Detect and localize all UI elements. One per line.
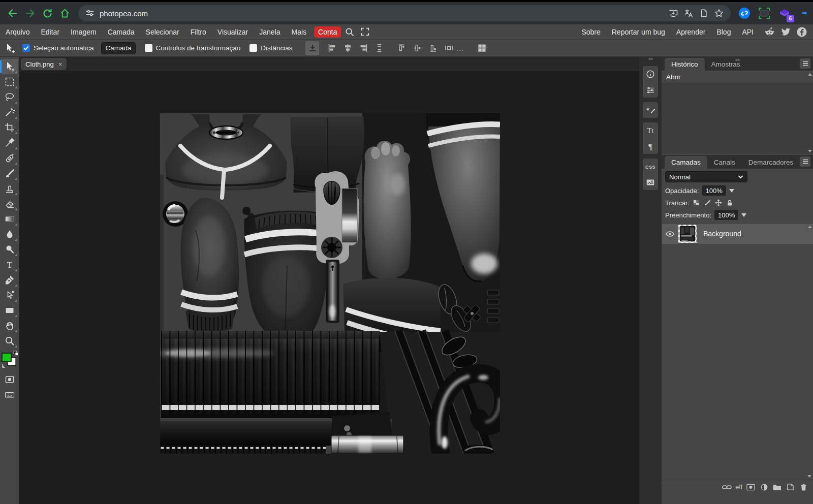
lock-pixels-icon[interactable] (703, 199, 712, 207)
tune-icon[interactable] (84, 8, 96, 19)
collapse-right-icon[interactable]: >< (662, 57, 813, 62)
adjustment-icon[interactable] (759, 483, 769, 492)
visibility-eye-icon[interactable] (662, 230, 678, 238)
align-top-icon[interactable] (396, 43, 407, 54)
shape-tool[interactable] (1, 303, 18, 318)
gradient-tool[interactable] (1, 211, 18, 227)
link-icon[interactable] (722, 483, 732, 492)
path-select-tool[interactable] (1, 288, 18, 303)
layer-row-background[interactable]: Background (662, 224, 813, 244)
layers-menu-icon[interactable] (800, 156, 810, 167)
clone-stamp-tool[interactable] (1, 181, 18, 196)
css-panel-icon[interactable]: CSS (643, 159, 658, 174)
info-icon[interactable] (643, 66, 658, 82)
folder-icon[interactable] (772, 483, 782, 492)
lock-position-icon[interactable] (714, 199, 723, 207)
hand-tool[interactable] (1, 318, 18, 333)
menu-aprender[interactable]: Aprender (671, 25, 711, 39)
distribute-h-icon[interactable] (443, 43, 454, 54)
trash-icon[interactable] (799, 483, 808, 492)
close-icon[interactable]: × (58, 60, 62, 68)
layer-scroll-down-icon[interactable] (807, 475, 811, 478)
forward-icon[interactable] (23, 7, 37, 20)
type-tool[interactable]: T (1, 257, 18, 272)
fill-dropdown-icon[interactable] (741, 213, 746, 217)
effects-icon[interactable]: eff (735, 484, 742, 491)
twitter-icon[interactable] (779, 26, 792, 38)
image-panel-icon[interactable] (643, 174, 658, 190)
target-dropdown[interactable]: Camada (101, 42, 136, 54)
menu-blog[interactable]: Blog (711, 25, 736, 39)
align-middle-icon[interactable] (412, 43, 423, 54)
lock-transparency-icon[interactable] (692, 199, 701, 207)
magic-wand-tool[interactable] (1, 105, 18, 120)
back-icon[interactable] (6, 7, 19, 20)
align-right-icon[interactable] (358, 43, 369, 54)
quick-mask-tool[interactable] (1, 372, 18, 387)
history-menu-icon[interactable] (800, 58, 810, 69)
mask-icon[interactable] (746, 483, 756, 492)
zoom-tool[interactable] (1, 333, 18, 349)
crop-tool[interactable] (1, 120, 18, 135)
bookmark-star-icon[interactable] (713, 8, 725, 19)
brush-tool[interactable] (1, 166, 18, 181)
eyedropper-tool[interactable] (1, 135, 18, 150)
eraser-tool[interactable] (1, 196, 18, 211)
fullscreen-icon[interactable] (358, 26, 371, 38)
reading-mode-icon[interactable] (698, 8, 709, 19)
align-left-icon[interactable] (326, 43, 337, 54)
layer-thumbnail[interactable] (678, 224, 697, 243)
screenshot-extension-icon[interactable] (758, 7, 770, 19)
facebook-icon[interactable] (796, 26, 808, 38)
layer-scroll-up-icon[interactable] (808, 226, 812, 228)
blend-mode-dropdown[interactable]: Normal (665, 171, 747, 182)
tab-camadas[interactable]: Camadas (665, 156, 707, 169)
account-button[interactable]: Conta (314, 26, 341, 38)
reddit-icon[interactable] (763, 26, 775, 38)
new-layer-icon[interactable] (786, 483, 795, 492)
move-tool[interactable] (1, 59, 18, 74)
history-list[interactable] (662, 83, 813, 154)
shazam-icon[interactable] (739, 7, 750, 19)
url-bar[interactable]: photopea.com (78, 5, 731, 21)
blur-tool[interactable] (1, 227, 18, 242)
menu-camada[interactable]: Camada (102, 25, 140, 39)
rectangle-select-tool[interactable] (1, 74, 18, 89)
adjustments-icon[interactable] (643, 82, 658, 98)
distances-checkbox[interactable] (249, 44, 257, 52)
grid-view-icon[interactable] (476, 43, 487, 54)
character-panel-icon[interactable]: Tt (643, 122, 658, 138)
document-tab[interactable]: Cloth.png × (21, 58, 67, 70)
place-image-icon[interactable] (305, 41, 319, 55)
menu-filtro[interactable]: Filtro (185, 25, 212, 39)
scroll-down-icon[interactable] (808, 150, 812, 152)
menu-sobre[interactable]: Sobre (576, 25, 606, 39)
dodge-tool[interactable] (1, 242, 18, 257)
more-icon[interactable]: ... (454, 44, 466, 52)
menu-reportar-bug[interactable]: Reportar um bug (606, 25, 671, 39)
tab-canais[interactable]: Canais (707, 156, 742, 169)
home-icon[interactable] (58, 7, 71, 20)
lasso-tool[interactable] (1, 89, 18, 105)
distribute-v-icon[interactable] (373, 43, 385, 54)
menu-janela[interactable]: Janela (254, 25, 286, 39)
menu-mais[interactable]: Mais (286, 25, 312, 39)
history-entry-abrir[interactable]: Abrir (662, 71, 813, 83)
fill-value[interactable]: 100% (714, 210, 738, 220)
menu-editar[interactable]: Editar (35, 25, 65, 39)
cast-download-icon[interactable] (668, 8, 679, 19)
menu-api[interactable]: API (736, 25, 759, 39)
purple-extension-icon[interactable]: 6 (778, 7, 791, 19)
opacity-dropdown-icon[interactable] (729, 189, 734, 193)
auto-select-checkbox[interactable] (22, 44, 30, 52)
scroll-up-icon[interactable] (808, 73, 812, 76)
canvas-document[interactable] (160, 113, 500, 454)
search-icon[interactable] (343, 26, 356, 38)
keyboard-shortcuts-icon[interactable] (1, 387, 18, 402)
transform-controls-checkbox[interactable] (145, 44, 152, 52)
lock-all-icon[interactable] (725, 199, 734, 207)
tab-demarcadores[interactable]: Demarcadores (742, 156, 800, 169)
paragraph-panel-icon[interactable]: ¶ (643, 138, 658, 154)
spot-heal-tool[interactable] (1, 150, 18, 166)
opacity-value[interactable]: 100% (702, 185, 726, 196)
